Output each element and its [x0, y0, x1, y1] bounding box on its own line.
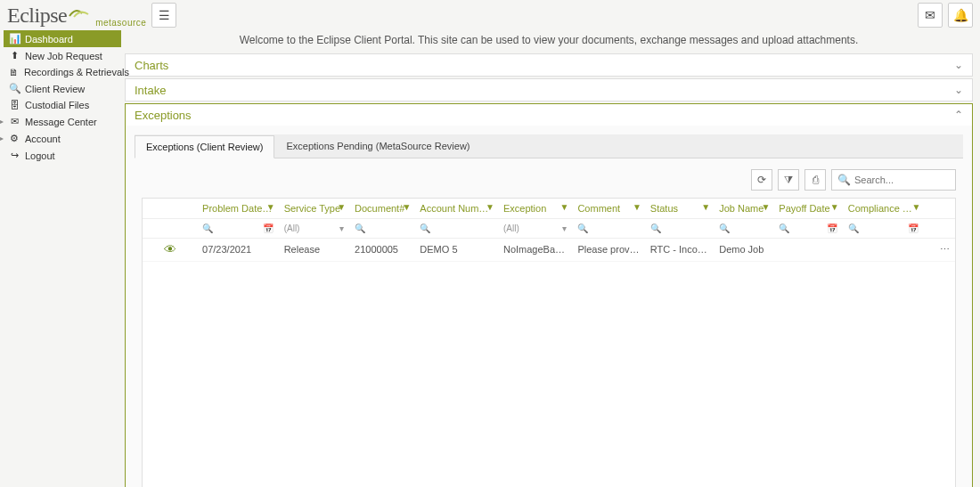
- search-input[interactable]: [854, 175, 950, 185]
- cell-status: RTC - Incomplete: [645, 238, 714, 261]
- col-service-type[interactable]: Service Type ▼: [279, 199, 349, 218]
- funnel-icon[interactable]: ▼: [761, 202, 770, 212]
- tab-label: Exceptions Pending (MetaSource Review): [286, 141, 470, 151]
- search-icon: 🔍: [837, 174, 851, 186]
- calendar-icon: 📅: [827, 223, 837, 233]
- col-row-actions: [924, 199, 955, 218]
- chevron-down-icon: ⌄: [954, 84, 963, 96]
- filter-problem-date[interactable]: 🔍📅: [197, 218, 279, 238]
- col-actions: [143, 199, 197, 218]
- col-comment[interactable]: Comment ▼: [572, 199, 644, 218]
- filter-document-no[interactable]: 🔍: [349, 218, 414, 238]
- sidebar-item-recordings[interactable]: 🗎 Recordings & Retrievals: [4, 64, 121, 80]
- mail-icon: ✉: [925, 8, 935, 22]
- funnel-icon[interactable]: ▼: [830, 202, 839, 212]
- cell-exception: NoImageBadImage: [498, 238, 572, 261]
- sidebar-item-dashboard[interactable]: 📊 Dashboard: [4, 30, 121, 47]
- search-icon: 🔍: [9, 83, 20, 94]
- search-icon: 🔍: [719, 223, 730, 233]
- filter-account-no[interactable]: 🔍: [414, 218, 498, 238]
- sidebar-item-label: Custodial Files: [25, 100, 89, 110]
- grid-empty-space: [143, 262, 955, 488]
- cell-job-name: Demo Job: [714, 238, 773, 261]
- panel-intake-header[interactable]: Intake ⌄: [126, 79, 972, 101]
- funnel-icon[interactable]: ▼: [560, 202, 569, 212]
- logo-subtext: metasource: [95, 18, 146, 28]
- sidebar-item-new-job[interactable]: ⬆ New Job Request: [4, 47, 121, 64]
- table-row[interactable]: 👁 07/23/2021 Release 21000005 DEMO 5 NoI…: [143, 238, 955, 261]
- row-actions-icon[interactable]: ⋯: [940, 244, 950, 255]
- calendar-icon: 📅: [263, 223, 274, 233]
- funnel-icon[interactable]: ▼: [701, 202, 710, 212]
- chart-bar-icon: 📊: [9, 33, 20, 45]
- briefcase-icon: 🗄: [9, 100, 20, 110]
- clear-filters-button[interactable]: ⧩: [778, 169, 799, 191]
- calendar-icon: 📅: [908, 223, 919, 233]
- col-compliance-date[interactable]: Compliance Date ▼: [843, 199, 925, 218]
- refresh-button[interactable]: ⟳: [751, 169, 772, 191]
- sidebar-item-account[interactable]: ⚙ Account: [4, 130, 121, 147]
- search-icon: 🔍: [779, 223, 789, 233]
- filter-payoff-date[interactable]: 🔍📅: [773, 218, 842, 238]
- col-problem-date[interactable]: Problem Date ↑1 ▼: [197, 199, 279, 218]
- sidebar-item-label: Logout: [25, 150, 55, 161]
- messages-button[interactable]: ✉: [918, 3, 943, 28]
- panel-intake: Intake ⌄: [125, 78, 973, 101]
- funnel-icon[interactable]: ▼: [337, 202, 346, 212]
- funnel-icon[interactable]: ▼: [911, 202, 920, 212]
- refresh-icon: ⟳: [757, 174, 766, 186]
- sidebar-item-client-review[interactable]: 🔍 Client Review: [4, 80, 121, 97]
- col-account-no[interactable]: Account Number ▼: [414, 199, 498, 218]
- panel-title: Exceptions: [135, 109, 192, 122]
- sidebar-item-label: Recordings & Retrievals: [24, 67, 129, 77]
- panel-exceptions: Exceptions ⌃ Exceptions (Client Review) …: [125, 103, 973, 487]
- sidebar-item-custodial[interactable]: 🗄 Custodial Files: [4, 97, 121, 113]
- funnel-icon[interactable]: ▼: [633, 202, 641, 212]
- funnel-icon[interactable]: ▼: [402, 202, 411, 212]
- grid-search[interactable]: 🔍: [831, 169, 956, 191]
- exceptions-grid: Problem Date ↑1 ▼ Service Type ▼ Documen…: [142, 198, 956, 487]
- export-button[interactable]: ⎙: [804, 169, 826, 191]
- tab-exceptions-client-review[interactable]: Exceptions (Client Review): [135, 135, 274, 158]
- sidebar-item-label: Dashboard: [25, 34, 73, 45]
- col-job-name[interactable]: Job Name ▼: [714, 199, 773, 218]
- funnel-icon[interactable]: ▼: [266, 202, 275, 212]
- cell-comment: Please provide the ...: [572, 238, 644, 261]
- view-row-icon[interactable]: 👁: [164, 242, 176, 256]
- notifications-button[interactable]: 🔔: [948, 3, 973, 28]
- menu-icon: ☰: [159, 8, 170, 22]
- gear-icon: ⚙: [9, 133, 20, 144]
- filter-exception[interactable]: (All)▾: [498, 218, 572, 238]
- panel-charts-header[interactable]: Charts ⌄: [126, 54, 972, 76]
- tab-exceptions-pending[interactable]: Exceptions Pending (MetaSource Review): [274, 134, 481, 158]
- filter-compliance-date[interactable]: 🔍📅: [843, 218, 925, 238]
- funnel-icon[interactable]: ▼: [486, 202, 494, 212]
- dropdown-icon: ▾: [339, 223, 344, 233]
- upload-icon: ⬆: [9, 50, 20, 61]
- sidebar-item-logout[interactable]: ↪ Logout: [4, 147, 121, 164]
- col-payoff-date[interactable]: Payoff Date ▼: [773, 199, 842, 218]
- search-icon: 🔍: [202, 223, 213, 233]
- tab-label: Exceptions (Client Review): [146, 142, 263, 152]
- sidebar-item-message-center[interactable]: ✉ Message Center: [4, 113, 121, 130]
- filter-job-name[interactable]: 🔍: [714, 218, 773, 238]
- search-icon: 🔍: [420, 223, 430, 233]
- welcome-message: Welcome to the Eclipse Client Portal. Th…: [125, 30, 973, 53]
- sidebar-item-label: New Job Request: [25, 51, 102, 61]
- export-icon: ⎙: [813, 174, 819, 186]
- sidebar: 📊 Dashboard ⬆ New Job Request 🗎 Recordin…: [0, 30, 125, 164]
- cell-compliance-date: [843, 238, 925, 261]
- col-status[interactable]: Status ▼: [645, 199, 714, 218]
- cell-account-no: DEMO 5: [414, 238, 498, 261]
- filter-service-type[interactable]: (All)▾: [279, 218, 349, 238]
- col-exception[interactable]: Exception ▼: [498, 199, 572, 218]
- logo: Eclipse metasource: [7, 4, 146, 28]
- panel-exceptions-header[interactable]: Exceptions ⌃: [126, 104, 972, 126]
- filter-status[interactable]: 🔍: [645, 218, 714, 238]
- col-document-no[interactable]: Document# ▼: [349, 199, 414, 218]
- chevron-down-icon: ⌄: [954, 59, 963, 71]
- filter-comment[interactable]: 🔍: [572, 218, 644, 238]
- hamburger-menu-button[interactable]: ☰: [151, 3, 176, 28]
- logo-text: Eclipse: [7, 4, 67, 28]
- logout-icon: ↪: [9, 150, 20, 161]
